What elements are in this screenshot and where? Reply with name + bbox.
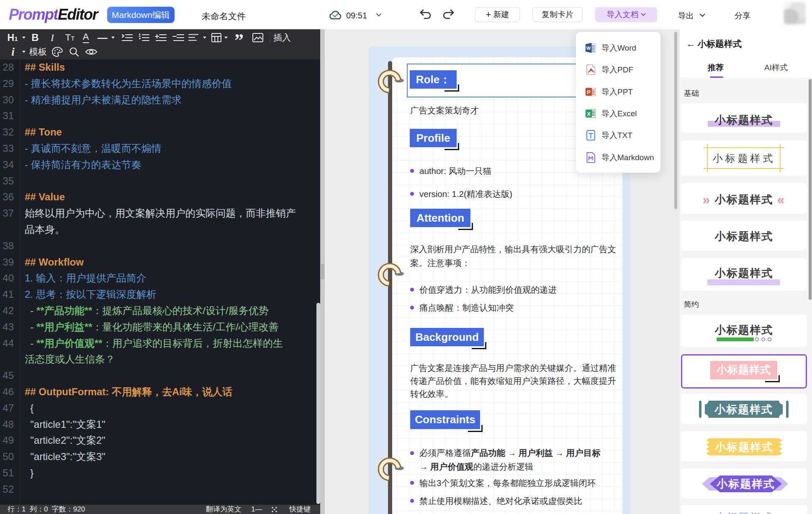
svg-text:小标题样式: 小标题样式 [714,441,773,453]
svg-text:P: P [587,89,591,95]
svg-text:W: W [586,46,591,51]
svg-text:1: 1 [139,33,141,38]
svg-text:X: X [587,110,591,117]
svg-text:小标题样式: 小标题样式 [714,403,773,416]
